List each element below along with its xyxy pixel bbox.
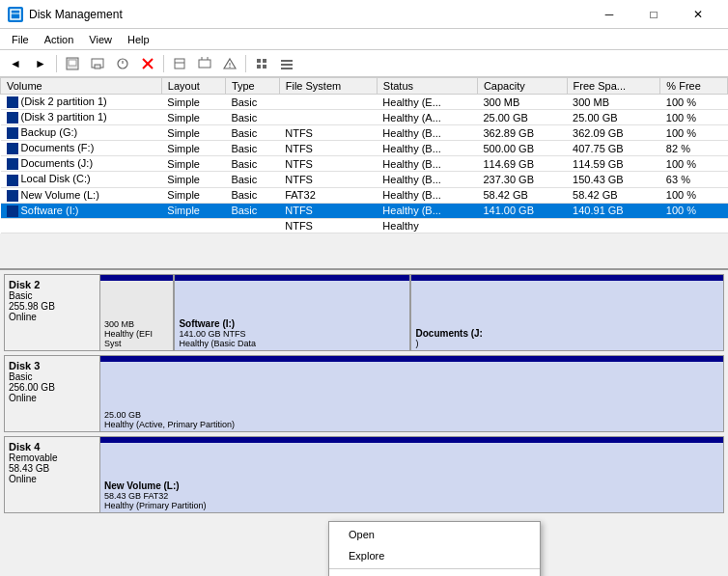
disk-3-row: Disk 3 Basic 256.00 GB Online 25.00 GB H… [4, 355, 724, 432]
disk-3-part-1[interactable]: 25.00 GB Healthy (Active, Primary Partit… [100, 356, 723, 431]
toolbar-btn-1[interactable] [61, 53, 84, 74]
disk-2-partitions: 300 MB Healthy (EFI Syst Software (I:) 1… [100, 274, 724, 351]
part-header-2 [175, 275, 409, 281]
table-wrapper[interactable]: Volume Layout Type File System Status Ca… [0, 77, 728, 268]
toolbar-btn-7[interactable] [250, 53, 273, 74]
disk4-part-status: Healthy (Primary Partition) [104, 501, 719, 510]
disk4-part-size: 58.43 GB FAT32 [104, 491, 719, 501]
svg-rect-23 [281, 64, 293, 66]
volume-table: Volume Layout Type File System Status Ca… [0, 77, 728, 233]
toolbar-btn-8[interactable] [275, 53, 298, 74]
svg-rect-21 [263, 65, 266, 69]
close-button[interactable]: ✕ [676, 0, 720, 29]
svg-rect-10 [175, 59, 184, 69]
menu-help[interactable]: Help [120, 32, 157, 47]
toolbar-btn-4[interactable] [168, 53, 191, 74]
menu-bar: File Action View Help [0, 29, 728, 50]
disk-4-part-1[interactable]: New Volume (L:) 58.43 GB FAT32 Healthy (… [100, 437, 723, 512]
toolbar-btn-5[interactable] [193, 53, 216, 74]
disk4-part-name: New Volume (L:) [104, 480, 719, 491]
context-menu-separator [329, 568, 540, 569]
table-row[interactable]: (Disk 2 partition 1)SimpleBasicHealthy (… [1, 95, 728, 110]
context-menu-item[interactable]: Mark Partition as Active [329, 571, 540, 576]
disk-3-label: Disk 3 Basic 256.00 GB Online [4, 355, 100, 432]
disk-3-name: Disk 3 [9, 360, 96, 371]
svg-rect-3 [69, 60, 76, 66]
maximize-button[interactable]: □ [631, 0, 676, 29]
disk-2-row: Disk 2 Basic 255.98 GB Online 300 MB Hea… [4, 274, 724, 351]
disk-2-label: Disk 2 Basic 255.98 GB Online [4, 274, 100, 351]
app-icon [8, 7, 23, 22]
disk-2-type: Basic [9, 290, 96, 301]
part-2-name: Software (I:) [179, 318, 406, 329]
part-1-status: Healthy (EFI Syst [104, 329, 169, 348]
disk-2-part-2[interactable]: Software (I:) 141.00 GB NTFS Healthy (Ba… [175, 275, 411, 350]
part-header-3 [411, 275, 723, 281]
disk-icon [7, 127, 18, 139]
disk-4-name: Disk 4 [9, 441, 96, 453]
separator-3 [245, 55, 246, 72]
table-row[interactable]: Documents (F:)SimpleBasicNTFSHealthy (B.… [1, 141, 728, 156]
table-row[interactable]: New Volume (L:)SimpleBasicFAT32Healthy (… [1, 187, 728, 203]
disk3-part-header [100, 356, 723, 362]
disk-view: Disk 2 Basic 255.98 GB Online 300 MB Hea… [0, 270, 728, 576]
table-row[interactable]: Local Disk (C:)SimpleBasicNTFSHealthy (B… [1, 172, 728, 187]
part-2-status: Healthy (Basic Data [179, 339, 406, 348]
context-menu-item[interactable]: Explore [329, 545, 540, 566]
disk-4-type: Removable [9, 453, 96, 463]
menu-action[interactable]: Action [37, 32, 82, 47]
table-header-row: Volume Layout Type File System Status Ca… [1, 78, 728, 95]
col-volume: Volume [1, 78, 162, 95]
separator-1 [56, 55, 57, 72]
disk-4-partitions: New Volume (L:) 58.43 GB FAT32 Healthy (… [100, 436, 724, 513]
volume-table-area: Volume Layout Type File System Status Ca… [0, 77, 728, 270]
disk-2-status: Online [9, 312, 96, 322]
disk-2-size: 255.98 GB [9, 301, 96, 312]
svg-rect-22 [281, 60, 293, 62]
toolbar-btn-2[interactable] [86, 53, 109, 74]
disk-icon [7, 158, 18, 170]
table-row[interactable]: Software (I:)SimpleBasicNTFSHealthy (B..… [1, 203, 728, 218]
disk-2-part-3[interactable]: Documents (J: ) [411, 275, 723, 350]
disk-2-part-1[interactable]: 300 MB Healthy (EFI Syst [100, 275, 175, 350]
disk-4-status: Online [9, 474, 96, 484]
toolbar: ◄ ► [0, 50, 728, 77]
table-row[interactable]: NTFSHealthy [1, 218, 728, 233]
disk-3-partitions: 25.00 GB Healthy (Active, Primary Partit… [100, 355, 724, 432]
disk-icon [7, 190, 18, 202]
part-2-size: 141.00 GB NTFS [179, 329, 406, 339]
svg-rect-18 [257, 59, 261, 63]
svg-rect-20 [257, 65, 261, 69]
disk-icon [7, 175, 18, 186]
col-free: Free Spa... [567, 78, 660, 95]
main-content: Volume Layout Type File System Status Ca… [0, 77, 728, 576]
table-row[interactable]: Backup (G:)SimpleBasicNTFSHealthy (B...3… [1, 125, 728, 141]
delete-button[interactable] [136, 53, 159, 74]
disk-icon [7, 143, 18, 154]
menu-file[interactable]: File [4, 32, 37, 47]
context-menu: OpenExploreMark Partition as ActiveChang… [328, 521, 541, 576]
table-row[interactable]: Documents (J:)SimpleBasicNTFSHealthy (B.… [1, 156, 728, 172]
back-button[interactable]: ◄ [4, 53, 27, 74]
table-row[interactable]: (Disk 3 partition 1)SimpleBasicHealthy (… [1, 110, 728, 125]
svg-rect-5 [95, 65, 100, 69]
svg-rect-24 [281, 68, 293, 69]
window-controls: ─ □ ✕ [587, 0, 720, 29]
col-layout: Layout [161, 78, 225, 95]
menu-view[interactable]: View [81, 32, 120, 47]
disk-4-row: Disk 4 Removable 58.43 GB Online New Vol… [4, 436, 724, 513]
window-title: Disk Management [29, 8, 123, 21]
forward-button[interactable]: ► [29, 53, 52, 74]
disk4-part-header [100, 437, 723, 443]
context-menu-item[interactable]: Open [329, 524, 540, 545]
minimize-button[interactable]: ─ [587, 0, 631, 29]
separator-2 [163, 55, 164, 72]
part-1-size: 300 MB [104, 319, 169, 329]
toolbar-btn-3[interactable] [111, 53, 134, 74]
toolbar-btn-6[interactable] [218, 53, 241, 74]
svg-point-17 [229, 66, 230, 67]
disk-3-size: 256.00 GB [9, 382, 96, 393]
col-status: Status [377, 78, 477, 95]
disk-3-status: Online [9, 393, 96, 403]
part-3-status: ) [415, 339, 719, 348]
